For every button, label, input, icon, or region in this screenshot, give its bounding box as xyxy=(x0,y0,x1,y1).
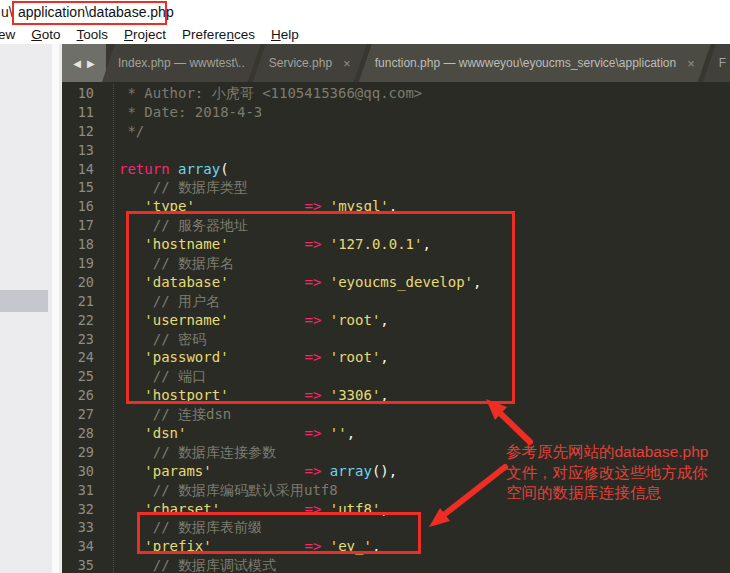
line-number: 13 xyxy=(62,141,94,160)
line-number: 34 xyxy=(62,537,94,556)
line-number: 21 xyxy=(62,292,94,311)
line-text: // 数据库连接参数 xyxy=(94,443,276,462)
code-line-12: 12 */ xyxy=(62,122,730,141)
line-number: 18 xyxy=(62,235,94,254)
line-number: 28 xyxy=(62,424,94,443)
annotation-box-title xyxy=(12,1,167,25)
tab-label: Service.php xyxy=(269,56,332,70)
line-text: * Date: 2018-4-3 xyxy=(94,103,262,122)
tab-label: F xyxy=(719,56,726,70)
line-number: 15 xyxy=(62,178,94,197)
line-text: // 数据库类型 xyxy=(94,178,248,197)
line-text: // 数据库调试模式 xyxy=(94,556,276,573)
tab-close-icon[interactable]: × xyxy=(687,57,695,70)
menu-item-preferences[interactable]: Preferences xyxy=(174,27,263,42)
line-text: */ xyxy=(94,122,144,141)
line-number: 26 xyxy=(62,386,94,405)
line-text: 'dsn' => '', xyxy=(94,424,355,443)
menu-item-help[interactable]: Help xyxy=(263,27,307,42)
tab-nav-arrows[interactable]: ◀ ▶ xyxy=(62,44,106,82)
tab-3[interactable]: function.php — wwwweyou\eyoucms_service\… xyxy=(359,44,711,82)
background-scrollbar-thumb[interactable] xyxy=(0,290,48,312)
menu-item-project[interactable]: Project xyxy=(116,27,174,42)
line-number: 16 xyxy=(62,197,94,216)
line-text: return array( xyxy=(94,160,229,179)
line-number: 11 xyxy=(62,103,94,122)
annotation-box-connection-settings xyxy=(126,211,515,404)
line-number: 27 xyxy=(62,405,94,424)
line-number: 29 xyxy=(62,443,94,462)
annotation-text-line: 空间的数据库连接信息 xyxy=(506,483,728,504)
line-number: 33 xyxy=(62,518,94,537)
code-line-10: 10 * Author: 小虎哥 <1105415366@qq.com> xyxy=(62,84,730,103)
background-window-divider xyxy=(52,44,59,573)
line-number: 14 xyxy=(62,160,94,179)
tab-label: Index.php — wwwtest\.. xyxy=(118,56,245,70)
annotation-text-line: 参考原先网站的database.php xyxy=(506,442,728,463)
tab-close-icon[interactable]: × xyxy=(343,57,351,70)
tab-forward-icon[interactable]: ▶ xyxy=(87,58,95,69)
line-number: 24 xyxy=(62,348,94,367)
line-number: 17 xyxy=(62,216,94,235)
line-number: 31 xyxy=(62,481,94,500)
tab-back-icon[interactable]: ◀ xyxy=(73,58,81,69)
code-line-28: 28 'dsn' => '', xyxy=(62,424,730,443)
code-line-14: 14return array( xyxy=(62,160,730,179)
line-number: 22 xyxy=(62,311,94,330)
annotation-text-line: 文件，对应修改这些地方成你 xyxy=(506,463,728,484)
menu-bar: ewGotoToolsProjectPreferencesHelp xyxy=(0,24,730,44)
menu-item-goto[interactable]: Goto xyxy=(23,27,68,42)
tab-1[interactable]: Index.php — wwwtest\.. xyxy=(102,44,261,82)
line-number: 23 xyxy=(62,330,94,349)
code-line-13: 13 xyxy=(62,141,730,160)
tab-bar: ◀ ▶ Index.php — wwwtest\..Service.php×fu… xyxy=(62,44,730,82)
line-number: 30 xyxy=(62,462,94,481)
title-path-fragment: u\ xyxy=(1,4,13,20)
code-line-27: 27 // 连接dsn xyxy=(62,405,730,424)
line-text: // 数据库编码默认采用utf8 xyxy=(94,481,338,500)
annotation-text: 参考原先网站的database.php文件，对应修改这些地方成你空间的数据库连接… xyxy=(506,442,728,504)
code-line-35: 35 // 数据库调试模式 xyxy=(62,556,730,573)
line-number: 20 xyxy=(62,273,94,292)
line-number: 32 xyxy=(62,500,94,519)
tab-2[interactable]: Service.php× xyxy=(253,44,367,82)
line-number: 25 xyxy=(62,367,94,386)
tab-label: function.php — wwwweyou\eyoucms_service\… xyxy=(375,56,676,70)
line-number: 12 xyxy=(62,122,94,141)
code-line-15: 15 // 数据库类型 xyxy=(62,178,730,197)
line-text: // 连接dsn xyxy=(94,405,231,424)
line-text xyxy=(94,141,119,160)
background-window-panel xyxy=(0,44,62,573)
line-text: * Author: 小虎哥 <1105415366@qq.com> xyxy=(94,84,422,103)
menu-item-ew[interactable]: ew xyxy=(0,27,23,42)
annotation-box-prefix xyxy=(137,512,421,554)
line-number: 10 xyxy=(62,84,94,103)
line-number: 19 xyxy=(62,254,94,273)
line-text: 'params' => array(), xyxy=(94,462,397,481)
code-line-11: 11 * Date: 2018-4-3 xyxy=(62,103,730,122)
line-number: 35 xyxy=(62,556,94,573)
menu-item-tools[interactable]: Tools xyxy=(69,27,117,42)
title-bar: u\ application\database.php xyxy=(0,0,730,24)
